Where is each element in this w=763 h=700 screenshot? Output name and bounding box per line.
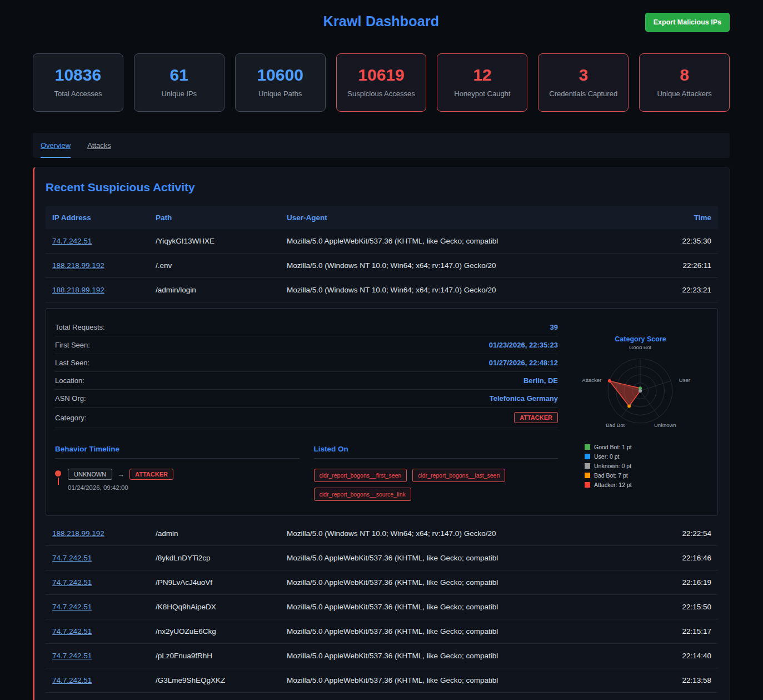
ip-detail-panel: Total Requests: 39 First Seen: 01/23/202…	[46, 308, 718, 516]
field-value: Berlin, DE	[523, 376, 558, 385]
ip-address-link[interactable]: 74.7.242.51	[52, 603, 92, 611]
table-row[interactable]: 188.218.99.192 /admin Mozilla/5.0 (Windo…	[46, 522, 718, 546]
timeline-line	[58, 478, 59, 485]
field-label: Last Seen:	[55, 359, 89, 367]
svg-text:Good Bot: Good Bot	[629, 346, 651, 350]
legend-swatch-icon	[585, 454, 590, 459]
row-user-agent: Mozilla/5.0 (Windows NT 10.0; Win64; x64…	[287, 286, 638, 294]
row-user-agent: Mozilla/5.0 AppleWebKit/537.36 (KHTML, l…	[287, 652, 638, 660]
row-time: 22:15:17	[638, 627, 711, 636]
row-time: 22:16:46	[638, 554, 711, 562]
ip-address-link[interactable]: 74.7.242.51	[52, 237, 92, 245]
ip-address-link[interactable]: 74.7.242.51	[52, 676, 92, 684]
field-label: Location:	[55, 376, 84, 385]
detail-left-column: Total Requests: 39 First Seen: 01/23/202…	[55, 319, 558, 501]
svg-text:Attacker: Attacker	[582, 377, 601, 383]
tab-overview[interactable]: Overview	[41, 133, 71, 158]
row-user-agent: Mozilla/5.0 AppleWebKit/537.36 (KHTML, l…	[287, 627, 638, 636]
stat-label: Total Accesses	[37, 90, 119, 98]
table-row[interactable]: 74.7.242.51 /YiqykGI13WHXE Mozilla/5.0 A…	[46, 229, 718, 254]
field-label: Total Requests:	[55, 323, 105, 331]
stat-card: 12 Honeypot Caught	[437, 53, 527, 112]
stat-value: 8	[643, 66, 726, 85]
table-row[interactable]: 74.7.242.51 /G3Lme9ShEQgXKZ Mozilla/5.0 …	[46, 668, 718, 693]
timeline-transition: UNKNOWN → ATTACKER	[68, 469, 173, 480]
field-value: 01/23/2026, 22:35:23	[489, 341, 558, 349]
field-value: 39	[550, 323, 558, 331]
row-path: /nx2yUOZuE6Ckg	[156, 627, 287, 636]
ip-address-link[interactable]: 74.7.242.51	[52, 578, 92, 587]
row-path: /admin/login	[156, 286, 287, 294]
table-rows-after-detail: 188.218.99.192 /admin Mozilla/5.0 (Windo…	[46, 522, 718, 693]
ip-address-link[interactable]: 188.218.99.192	[52, 261, 104, 270]
panel-title: Recent Suspicious Activity	[46, 181, 718, 194]
table-row[interactable]: 74.7.242.51 /nx2yUOZuE6Ckg Mozilla/5.0 A…	[46, 619, 718, 644]
tabs-bar: Overview Attacks	[33, 133, 730, 158]
row-path: /G3Lme9ShEQgXKZ	[156, 676, 287, 684]
column-header-time: Time	[638, 214, 711, 222]
legend-item: User: 0 pt	[585, 453, 632, 460]
legend-label: User: 0 pt	[594, 453, 620, 460]
stat-value: 10600	[239, 66, 322, 85]
table-row[interactable]: 188.218.99.192 /.env Mozilla/5.0 (Window…	[46, 254, 718, 278]
field-category: Category: ATTACKER	[55, 408, 558, 428]
legend-swatch-icon	[585, 463, 590, 469]
row-path: /.env	[156, 261, 287, 270]
table-row[interactable]: 74.7.242.51 /K8HQq9hAipeDX Mozilla/5.0 A…	[46, 595, 718, 619]
recent-suspicious-activity-panel: Recent Suspicious Activity IP Address Pa…	[33, 167, 730, 700]
category-score-title: Category Score	[572, 335, 709, 343]
legend-item: Good Bot: 1 pt	[585, 444, 632, 450]
stat-label: Honeypot Caught	[441, 90, 523, 98]
table-row[interactable]: 188.218.99.192 /admin/login Mozilla/5.0 …	[46, 278, 718, 302]
radar-chart: Good BotUserUnknownBad BotAttacker	[572, 346, 709, 440]
ip-address-link[interactable]: 74.7.242.51	[52, 652, 92, 660]
field-location: Location: Berlin, DE	[55, 372, 558, 390]
stats-row: 10836 Total Accesses 61 Unique IPs 10600…	[33, 53, 730, 112]
listed-on-title: Listed On	[314, 445, 558, 459]
detail-sub-sections: Behavior Timeline UNKNOWN → ATTACKER	[55, 445, 558, 501]
listed-badge-last-seen[interactable]: cidr_report_bogons__last_seen	[412, 469, 505, 482]
arrow-right-icon: →	[117, 470, 124, 479]
row-time: 22:26:11	[638, 261, 711, 270]
row-user-agent: Mozilla/5.0 (Windows NT 10.0; Win64; x64…	[287, 261, 638, 270]
stat-label: Unique IPs	[138, 90, 221, 98]
row-time: 22:13:58	[638, 676, 711, 684]
row-time: 22:16:19	[638, 578, 711, 587]
row-user-agent: Mozilla/5.0 AppleWebKit/537.36 (KHTML, l…	[287, 578, 638, 587]
row-path: /admin	[156, 529, 287, 538]
row-user-agent: Mozilla/5.0 (Windows NT 10.0; Win64; x64…	[287, 529, 638, 538]
ip-address-link[interactable]: 188.218.99.192	[52, 529, 104, 538]
table-row[interactable]: 74.7.242.51 /pLz0Fnua9fRhH Mozilla/5.0 A…	[46, 644, 718, 668]
ip-address-link[interactable]: 188.218.99.192	[52, 286, 104, 294]
timeline-date: 01/24/2026, 09:42:00	[68, 484, 173, 491]
field-label: Category:	[55, 414, 86, 422]
export-malicious-ips-button[interactable]: Export Malicious IPs	[645, 13, 730, 32]
stat-label: Unique Paths	[239, 90, 322, 98]
table-row[interactable]: 74.7.242.51 /PN9LvAcJ4uoVf Mozilla/5.0 A…	[46, 570, 718, 595]
stat-card: 10600 Unique Paths	[235, 53, 326, 112]
svg-text:User: User	[679, 377, 690, 383]
stat-card: 10619 Suspicious Accesses	[336, 53, 427, 112]
stat-value: 3	[542, 66, 625, 85]
ip-address-link[interactable]: 74.7.242.51	[52, 627, 92, 636]
legend-label: Unknown: 0 pt	[594, 463, 631, 469]
field-value: 01/27/2026, 22:48:12	[489, 359, 558, 367]
ip-address-link[interactable]: 74.7.242.51	[52, 554, 92, 562]
header: Krawl Dashboard Export Malicious IPs	[33, 0, 730, 40]
behavior-timeline-section: Behavior Timeline UNKNOWN → ATTACKER	[55, 445, 300, 501]
legend-label: Bad Bot: 7 pt	[594, 472, 628, 479]
row-time: 22:15:50	[638, 603, 711, 611]
row-user-agent: Mozilla/5.0 AppleWebKit/537.36 (KHTML, l…	[287, 676, 638, 684]
listed-badge-first-seen[interactable]: cidr_report_bogons__first_seen	[314, 469, 407, 482]
table-row[interactable]: 74.7.242.51 /8ykdLnDYTi2cp Mozilla/5.0 A…	[46, 546, 718, 570]
timeline-content: UNKNOWN → ATTACKER 01/24/2026, 09:42:00	[68, 469, 173, 491]
stat-value: 10619	[340, 66, 423, 85]
row-user-agent: Mozilla/5.0 AppleWebKit/537.36 (KHTML, l…	[287, 237, 638, 245]
listed-badge-source-link[interactable]: cidr_report_bogons__source_link	[314, 488, 411, 501]
stat-card: 8 Unique Attackers	[639, 53, 730, 112]
tab-attacks[interactable]: Attacks	[87, 133, 111, 158]
stat-value: 12	[441, 66, 523, 85]
stat-value: 10836	[37, 66, 119, 85]
row-time: 22:22:54	[638, 529, 711, 538]
stat-label: Unique Attackers	[643, 90, 726, 98]
